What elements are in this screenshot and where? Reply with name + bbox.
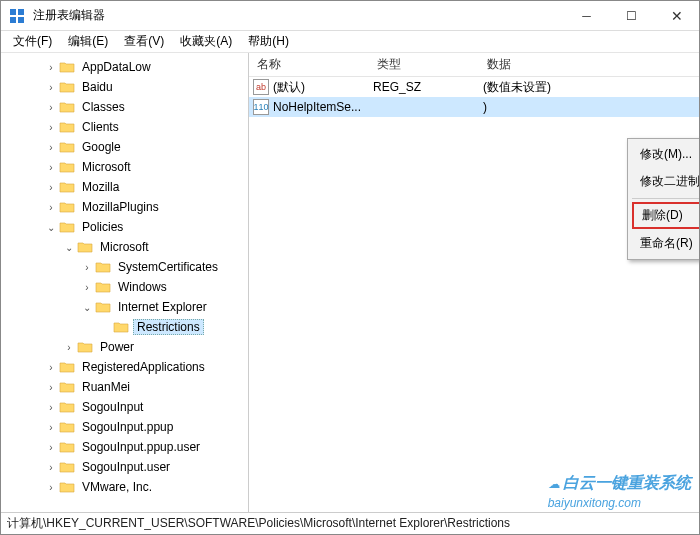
expand-icon[interactable]: › — [43, 382, 59, 393]
tree-item[interactable]: ›Microsoft — [1, 157, 248, 177]
no-expand-icon: · — [97, 322, 113, 333]
collapse-icon[interactable]: ⌄ — [43, 222, 59, 233]
expand-icon[interactable]: › — [43, 182, 59, 193]
folder-icon — [59, 480, 75, 494]
expand-icon[interactable]: › — [43, 162, 59, 173]
expand-icon[interactable]: › — [43, 202, 59, 213]
tree-item-label: Baidu — [79, 80, 116, 94]
expand-icon[interactable]: › — [43, 442, 59, 453]
ctx-modify-binary[interactable]: 修改二进制数据(B)... — [630, 168, 700, 195]
tree-item-label: SogouInput.ppup.user — [79, 440, 203, 454]
svg-rect-1 — [18, 9, 24, 15]
tree-item[interactable]: ›SogouInput.ppup — [1, 417, 248, 437]
tree-item[interactable]: ›Windows — [1, 277, 248, 297]
tree-item[interactable]: ›Clients — [1, 117, 248, 137]
expand-icon[interactable]: › — [43, 422, 59, 433]
expand-icon[interactable]: › — [61, 342, 77, 353]
tree-item[interactable]: ⌄Policies — [1, 217, 248, 237]
tree-item[interactable]: ›Mozilla — [1, 177, 248, 197]
menu-view[interactable]: 查看(V) — [116, 31, 172, 52]
expand-icon[interactable]: › — [43, 122, 59, 133]
folder-icon — [59, 100, 75, 114]
column-name[interactable]: 名称 — [249, 56, 369, 73]
tree-item[interactable]: ›Baidu — [1, 77, 248, 97]
menu-file[interactable]: 文件(F) — [5, 31, 60, 52]
expand-icon[interactable]: › — [43, 62, 59, 73]
string-value-icon: ab — [253, 79, 269, 95]
folder-icon — [59, 200, 75, 214]
delete-highlight-box: 删除(D) — [632, 202, 700, 229]
expand-icon[interactable]: › — [43, 82, 59, 93]
tree-item[interactable]: ›VMware, Inc. — [1, 477, 248, 497]
tree-item[interactable]: ›SogouInput.user — [1, 457, 248, 477]
expand-icon[interactable]: › — [43, 462, 59, 473]
tree-item[interactable]: ›MozillaPlugins — [1, 197, 248, 217]
folder-icon — [59, 400, 75, 414]
ctx-rename[interactable]: 重命名(R) — [630, 230, 700, 257]
menu-edit[interactable]: 编辑(E) — [60, 31, 116, 52]
folder-icon — [59, 180, 75, 194]
tree-item-label: Internet Explorer — [115, 300, 210, 314]
tree-item[interactable]: ›Classes — [1, 97, 248, 117]
maximize-button[interactable]: ☐ — [609, 1, 654, 30]
tree-item-label: SogouInput.ppup — [79, 420, 176, 434]
tree-item-label: Classes — [79, 100, 128, 114]
tree-item-label: SogouInput — [79, 400, 146, 414]
tree-item[interactable]: ›Power — [1, 337, 248, 357]
tree-item[interactable]: ›Google — [1, 137, 248, 157]
window-title: 注册表编辑器 — [33, 7, 564, 24]
tree-item-label: Restrictions — [133, 319, 204, 335]
tree-item-label: VMware, Inc. — [79, 480, 155, 494]
svg-rect-0 — [10, 9, 16, 15]
tree-item[interactable]: ⌄Microsoft — [1, 237, 248, 257]
tree-item-label: Mozilla — [79, 180, 122, 194]
cell-data: ) — [483, 100, 699, 114]
tree-item-label: Windows — [115, 280, 170, 294]
minimize-button[interactable]: ─ — [564, 1, 609, 30]
tree-item[interactable]: ›RuanMei — [1, 377, 248, 397]
tree-item[interactable]: ›SogouInput.ppup.user — [1, 437, 248, 457]
context-menu: 修改(M)... 修改二进制数据(B)... 删除(D) 重命名(R) — [627, 138, 700, 260]
folder-icon — [59, 140, 75, 154]
list-row[interactable]: ab(默认)REG_SZ(数值未设置) — [249, 77, 699, 97]
collapse-icon[interactable]: ⌄ — [79, 302, 95, 313]
tree-item[interactable]: ⌄Internet Explorer — [1, 297, 248, 317]
expand-icon[interactable]: › — [43, 362, 59, 373]
list-header: 名称 类型 数据 — [249, 53, 699, 77]
title-bar: 注册表编辑器 ─ ☐ ✕ — [1, 1, 699, 31]
tree-item-label: SystemCertificates — [115, 260, 221, 274]
expand-icon[interactable]: › — [79, 282, 95, 293]
folder-icon — [95, 280, 111, 294]
expand-icon[interactable]: › — [43, 482, 59, 493]
tree-item[interactable]: ›RegisteredApplications — [1, 357, 248, 377]
close-button[interactable]: ✕ — [654, 1, 699, 30]
tree-item[interactable]: ›AppDataLow — [1, 57, 248, 77]
collapse-icon[interactable]: ⌄ — [61, 242, 77, 253]
tree-item-label: AppDataLow — [79, 60, 154, 74]
expand-icon[interactable]: › — [43, 102, 59, 113]
folder-icon — [113, 320, 129, 334]
expand-icon[interactable]: › — [43, 142, 59, 153]
column-data[interactable]: 数据 — [479, 56, 699, 73]
tree-panel[interactable]: ›AppDataLow›Baidu›Classes›Clients›Google… — [1, 53, 249, 512]
ctx-separator — [632, 198, 700, 199]
ctx-modify[interactable]: 修改(M)... — [630, 141, 700, 168]
folder-icon — [59, 420, 75, 434]
list-panel[interactable]: 名称 类型 数据 ab(默认)REG_SZ(数值未设置)110NoHelpIte… — [249, 53, 699, 512]
list-row[interactable]: 110NoHelpItemSe...) — [249, 97, 699, 117]
tree-item-label: Google — [79, 140, 124, 154]
tree-item[interactable]: ·Restrictions — [1, 317, 248, 337]
tree-item-label: SogouInput.user — [79, 460, 173, 474]
ctx-delete[interactable]: 删除(D) — [634, 204, 700, 227]
expand-icon[interactable]: › — [79, 262, 95, 273]
tree-item[interactable]: ›SogouInput — [1, 397, 248, 417]
folder-icon — [59, 220, 75, 234]
tree-item[interactable]: ›SystemCertificates — [1, 257, 248, 277]
expand-icon[interactable]: › — [43, 402, 59, 413]
folder-icon — [77, 240, 93, 254]
menu-favorites[interactable]: 收藏夹(A) — [172, 31, 240, 52]
column-type[interactable]: 类型 — [369, 56, 479, 73]
menu-help[interactable]: 帮助(H) — [240, 31, 297, 52]
list-body: ab(默认)REG_SZ(数值未设置)110NoHelpItemSe...) — [249, 77, 699, 117]
tree-item-label: Microsoft — [79, 160, 134, 174]
